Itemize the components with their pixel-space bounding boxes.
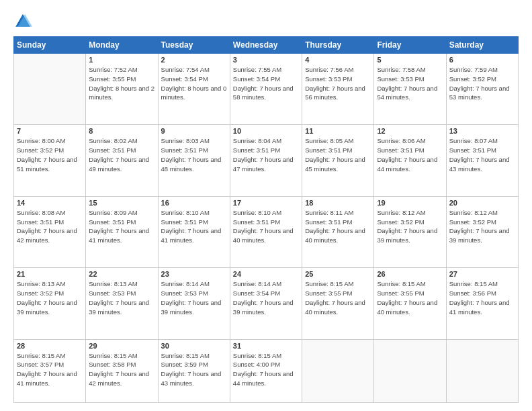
day-number: 5 [377, 56, 443, 64]
weekday-header-friday: Friday [374, 37, 446, 54]
weekday-header-row: SundayMondayTuesdayWednesdayThursdayFrid… [14, 37, 519, 54]
sunset-text: Sunset: 3:53 PM [377, 75, 424, 83]
daylight-text: Daylight: 7 hours and 44 minutes. [377, 156, 437, 173]
sunrise-text: Sunrise: 7:52 AM [89, 66, 137, 73]
day-info: Sunrise: 8:06 AM Sunset: 3:51 PM Dayligh… [377, 136, 443, 173]
calendar-cell: 14 Sunrise: 8:08 AM Sunset: 3:51 PM Dayl… [14, 196, 86, 267]
sunset-text: Sunset: 3:52 PM [449, 75, 496, 83]
weekday-header-monday: Monday [86, 37, 158, 54]
daylight-text: Daylight: 7 hours and 39 minutes. [233, 299, 294, 316]
day-info: Sunrise: 8:13 AM Sunset: 3:53 PM Dayligh… [89, 279, 154, 316]
sunset-text: Sunset: 3:51 PM [305, 146, 352, 154]
weekday-header-tuesday: Tuesday [158, 37, 230, 54]
sunrise-text: Sunrise: 8:05 AM [305, 137, 353, 144]
sunset-text: Sunset: 3:58 PM [89, 361, 136, 368]
calendar-cell [14, 54, 86, 125]
daylight-text: Daylight: 8 hours and 0 minutes. [161, 85, 227, 101]
calendar-cell: 16 Sunrise: 8:10 AM Sunset: 3:51 PM Dayl… [158, 196, 230, 267]
day-info: Sunrise: 8:05 AM Sunset: 3:51 PM Dayligh… [305, 136, 371, 173]
calendar-cell: 23 Sunrise: 8:14 AM Sunset: 3:53 PM Dayl… [158, 268, 230, 339]
daylight-text: Daylight: 7 hours and 47 minutes. [233, 156, 294, 173]
day-info: Sunrise: 8:10 AM Sunset: 3:51 PM Dayligh… [233, 208, 299, 245]
calendar-cell: 27 Sunrise: 8:15 AM Sunset: 3:56 PM Dayl… [446, 268, 518, 339]
calendar-cell: 8 Sunrise: 8:02 AM Sunset: 3:51 PM Dayli… [86, 125, 158, 196]
calendar-cell: 21 Sunrise: 8:13 AM Sunset: 3:52 PM Dayl… [14, 268, 86, 339]
calendar-cell [302, 339, 374, 402]
calendar-cell: 25 Sunrise: 8:15 AM Sunset: 3:55 PM Dayl… [302, 268, 374, 339]
day-info: Sunrise: 8:10 AM Sunset: 3:51 PM Dayligh… [161, 208, 227, 245]
calendar-cell: 17 Sunrise: 8:10 AM Sunset: 3:51 PM Dayl… [230, 196, 302, 267]
sunset-text: Sunset: 3:57 PM [17, 361, 64, 368]
calendar-cell: 1 Sunrise: 7:52 AM Sunset: 3:55 PM Dayli… [86, 54, 158, 125]
day-number: 15 [89, 199, 154, 207]
header [13, 12, 519, 31]
sunrise-text: Sunrise: 7:59 AM [449, 66, 498, 73]
daylight-text: Daylight: 7 hours and 40 minutes. [305, 227, 365, 244]
day-number: 7 [17, 127, 83, 135]
day-info: Sunrise: 8:14 AM Sunset: 3:53 PM Dayligh… [161, 279, 227, 316]
day-number: 24 [233, 270, 299, 278]
sunrise-text: Sunrise: 8:09 AM [89, 209, 137, 216]
sunset-text: Sunset: 3:53 PM [305, 75, 352, 83]
sunset-text: Sunset: 3:51 PM [233, 218, 280, 226]
sunset-text: Sunset: 3:53 PM [161, 289, 208, 297]
sunset-text: Sunset: 3:54 PM [233, 289, 280, 297]
day-info: Sunrise: 8:15 AM Sunset: 3:55 PM Dayligh… [305, 279, 371, 316]
logo-icon [13, 12, 32, 31]
week-row-1: 7 Sunrise: 8:00 AM Sunset: 3:52 PM Dayli… [14, 125, 519, 196]
day-number: 21 [17, 270, 83, 278]
sunrise-text: Sunrise: 8:15 AM [89, 352, 137, 359]
sunrise-text: Sunrise: 8:12 AM [377, 209, 425, 216]
day-number: 12 [377, 127, 443, 135]
daylight-text: Daylight: 7 hours and 42 minutes. [89, 370, 149, 387]
day-number: 4 [305, 56, 371, 64]
sunrise-text: Sunrise: 8:06 AM [377, 137, 425, 144]
weekday-header-wednesday: Wednesday [230, 37, 302, 54]
day-number: 18 [305, 199, 371, 207]
calendar-cell [446, 339, 518, 402]
sunrise-text: Sunrise: 8:14 AM [161, 280, 210, 287]
day-number: 6 [449, 56, 515, 64]
sunset-text: Sunset: 3:51 PM [449, 146, 496, 154]
day-info: Sunrise: 8:13 AM Sunset: 3:52 PM Dayligh… [17, 279, 83, 316]
sunrise-text: Sunrise: 8:13 AM [17, 280, 65, 287]
week-row-2: 14 Sunrise: 8:08 AM Sunset: 3:51 PM Dayl… [14, 196, 519, 267]
daylight-text: Daylight: 7 hours and 53 minutes. [449, 85, 510, 101]
day-number: 22 [89, 270, 154, 278]
sunrise-text: Sunrise: 8:10 AM [233, 209, 281, 216]
calendar-cell: 26 Sunrise: 8:15 AM Sunset: 3:55 PM Dayl… [374, 268, 446, 339]
day-number: 9 [161, 127, 227, 135]
calendar-cell: 13 Sunrise: 8:07 AM Sunset: 3:51 PM Dayl… [446, 125, 518, 196]
daylight-text: Daylight: 7 hours and 48 minutes. [161, 156, 222, 173]
sunrise-text: Sunrise: 8:12 AM [449, 209, 498, 216]
sunrise-text: Sunrise: 8:03 AM [161, 137, 210, 144]
week-row-3: 21 Sunrise: 8:13 AM Sunset: 3:52 PM Dayl… [14, 268, 519, 339]
sunset-text: Sunset: 3:52 PM [449, 218, 496, 226]
daylight-text: Daylight: 7 hours and 45 minutes. [305, 156, 365, 173]
sunset-text: Sunset: 3:54 PM [161, 75, 208, 83]
daylight-text: Daylight: 7 hours and 41 minutes. [449, 299, 510, 316]
day-info: Sunrise: 8:11 AM Sunset: 3:51 PM Dayligh… [305, 208, 371, 245]
weekday-header-thursday: Thursday [302, 37, 374, 54]
day-number: 17 [233, 199, 299, 207]
sunrise-text: Sunrise: 8:15 AM [305, 280, 353, 287]
sunset-text: Sunset: 4:00 PM [233, 361, 280, 368]
calendar-table: SundayMondayTuesdayWednesdayThursdayFrid… [13, 36, 519, 403]
day-info: Sunrise: 8:15 AM Sunset: 4:00 PM Dayligh… [233, 351, 299, 388]
day-info: Sunrise: 8:07 AM Sunset: 3:51 PM Dayligh… [449, 136, 515, 173]
calendar-cell: 28 Sunrise: 8:15 AM Sunset: 3:57 PM Dayl… [14, 339, 86, 402]
daylight-text: Daylight: 7 hours and 56 minutes. [305, 85, 365, 101]
day-number: 2 [161, 56, 227, 64]
daylight-text: Daylight: 7 hours and 39 minutes. [17, 299, 77, 316]
sunset-text: Sunset: 3:51 PM [89, 146, 136, 154]
sunrise-text: Sunrise: 8:15 AM [17, 352, 65, 359]
calendar-cell: 31 Sunrise: 8:15 AM Sunset: 4:00 PM Dayl… [230, 339, 302, 402]
daylight-text: Daylight: 7 hours and 41 minutes. [161, 227, 222, 244]
daylight-text: Daylight: 7 hours and 43 minutes. [449, 156, 510, 173]
day-info: Sunrise: 7:55 AM Sunset: 3:54 PM Dayligh… [233, 65, 299, 102]
sunrise-text: Sunrise: 8:14 AM [233, 280, 281, 287]
day-number: 30 [161, 342, 227, 350]
sunrise-text: Sunrise: 8:15 AM [233, 352, 281, 359]
daylight-text: Daylight: 7 hours and 41 minutes. [17, 370, 77, 387]
sunrise-text: Sunrise: 8:11 AM [305, 209, 353, 216]
